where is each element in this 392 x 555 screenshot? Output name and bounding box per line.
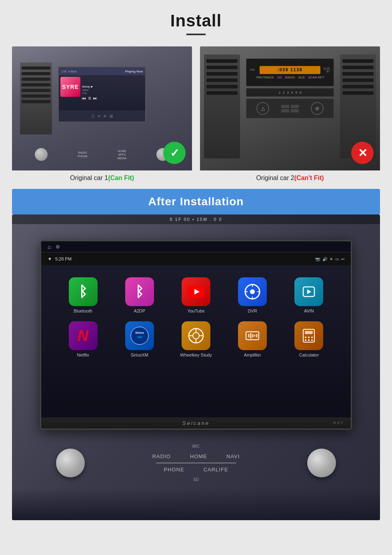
controls-bottom-row: PHONE CARLIFE — [164, 467, 228, 473]
mic-label: MIC — [192, 444, 200, 449]
calculator-icon-svg — [300, 327, 318, 345]
app-amplifier-label: Amplifier — [244, 353, 261, 357]
car1-image: 1:00 ● Back Playing Now SYRE Ninety ■ Ja… — [12, 46, 192, 170]
title-underline — [186, 34, 206, 35]
after-installation-section: 8 1F 00 • 15M . 0 0 ⌂ ⚙ ▼ 5:28 PM 📷 🔊 ✕ … — [12, 214, 380, 520]
svg-point-3 — [250, 289, 255, 294]
app-bluetooth-label: Bluetooth — [74, 309, 92, 313]
app-netflix[interactable]: N Netflix — [59, 321, 107, 357]
screen-rst-label: RST — [333, 421, 344, 425]
after-banner-title: After Installation — [148, 195, 244, 208]
app-calculator-label: Calculator — [299, 353, 319, 357]
car1-badge: ✓ — [163, 142, 186, 164]
siriusxm-icon-svg: Sirius XM — [130, 326, 150, 346]
app-siriusxm-label: SiriusXM — [131, 353, 148, 357]
car2-badge: ✕ — [351, 142, 374, 164]
a2dp-symbol: ᛒ — [135, 283, 144, 300]
page-title: Install — [170, 11, 222, 30]
app-dvr[interactable]: DVR — [228, 277, 277, 313]
svg-point-21 — [305, 337, 306, 338]
settings-icon[interactable]: ⚙ — [56, 244, 60, 250]
app-netflix-icon: N — [69, 321, 98, 350]
car2-card: FM :039 1138 DISPBT TRK/TRACK CD RADIO A… — [200, 46, 380, 182]
app-a2dp-label: A2DP — [134, 309, 145, 313]
netflix-n: N — [78, 327, 88, 345]
svg-point-25 — [308, 339, 310, 341]
car1-label: Original car 1 — [70, 174, 108, 181]
app-grid: ᛒ Bluetooth ᛒ A2DP — [51, 273, 341, 361]
bluetooth-symbol: ᛒ — [79, 283, 88, 300]
car-controls-row: MIC RADIO HOME NAVI PHONE CARLIFE SD — [40, 438, 352, 488]
app-a2dp[interactable]: ᛒ A2DP — [115, 277, 164, 313]
app-youtube[interactable]: YouTube — [172, 277, 220, 313]
carlife-label[interactable]: CARLIFE — [204, 467, 228, 473]
svg-point-26 — [311, 339, 313, 341]
left-knob[interactable] — [56, 449, 85, 477]
youtube-play-icon — [188, 286, 204, 298]
car1-fit-text: (Can Fit) — [108, 174, 134, 181]
amplifier-icon-svg — [244, 327, 261, 345]
status-left: ▼ 5:28 PM — [48, 256, 72, 261]
phone-label[interactable]: PHONE — [164, 467, 184, 473]
after-installation-banner: After Installation — [12, 189, 380, 214]
camera-icon: 📷 — [315, 257, 320, 261]
status-right: 📷 🔊 ✕ ▭ ↩ — [315, 257, 344, 261]
app-avin[interactable]: AVIN — [285, 277, 333, 313]
svg-text:XM: XM — [137, 335, 142, 339]
app-dvr-label: DVR — [248, 309, 257, 313]
radio-label[interactable]: RADIO — [152, 453, 171, 459]
screen-content: ᛒ Bluetooth ᛒ A2DP — [41, 265, 351, 417]
svg-text:Sirius: Sirius — [135, 331, 144, 335]
car1-card: 1:00 ● Back Playing Now SYRE Ninety ■ Ja… — [12, 46, 192, 182]
app-bluetooth[interactable]: ᛒ Bluetooth — [59, 277, 107, 313]
app-siriusxm[interactable]: Sirius XM SiriusXM — [115, 321, 164, 357]
back-icon[interactable]: ↩ — [341, 257, 344, 261]
carplay-screen: 1:00 ● Back Playing Now SYRE Ninety ■ Ja… — [58, 66, 146, 122]
svg-point-24 — [305, 339, 306, 341]
window-icon: ▭ — [335, 257, 339, 261]
svg-point-23 — [311, 337, 313, 338]
carplay-controls-bar: ⬡ ≡ ✕ ⊞ — [59, 110, 145, 122]
app-avin-icon — [294, 277, 323, 306]
control-divider — [156, 463, 236, 463]
main-screen-container: ⌂ ⚙ ▼ 5:28 PM 📷 🔊 ✕ ▭ ↩ — [40, 240, 352, 430]
screen-brand-label: Seicane — [182, 420, 210, 426]
car2-label: Original car 2 — [256, 174, 294, 181]
controls-center: MIC RADIO HOME NAVI PHONE CARLIFE SD — [85, 444, 307, 482]
app-dvr-icon — [238, 277, 267, 306]
app-a2dp-icon: ᛒ — [125, 277, 154, 306]
app-youtube-label: YouTube — [187, 309, 204, 313]
home-icon[interactable]: ⌂ — [48, 244, 51, 250]
app-amplifier-icon — [238, 321, 267, 350]
app-wheelkey[interactable]: Wheelkey Study — [172, 321, 220, 357]
install-comparison: 1:00 ● Back Playing Now SYRE Ninety ■ Ja… — [12, 46, 380, 182]
sd-label: SD — [193, 477, 199, 482]
screen-statusbar: ▼ 5:28 PM 📷 🔊 ✕ ▭ ↩ — [41, 252, 351, 265]
status-time: 5:28 PM — [55, 256, 72, 261]
right-knob[interactable] — [307, 449, 336, 477]
navi-label[interactable]: NAVI — [226, 453, 240, 459]
car2-caption: Original car 2(Can't Fit) — [200, 174, 380, 182]
info-top-bar: 8 1F 00 • 15M . 0 0 — [12, 214, 380, 224]
car2-image: FM :039 1138 DISPBT TRK/TRACK CD RADIO A… — [200, 46, 380, 170]
app-calculator[interactable]: Calculator — [285, 321, 333, 357]
app-wheelkey-label: Wheelkey Study — [180, 353, 212, 357]
controls-top-row: RADIO HOME NAVI — [152, 453, 240, 459]
app-wheelkey-icon — [182, 321, 210, 350]
x-icon: ✕ — [330, 257, 333, 261]
wheelkey-icon-svg — [187, 327, 205, 345]
avin-icon-svg — [300, 283, 318, 301]
wifi-icon: ▼ — [48, 256, 52, 261]
app-amplifier[interactable]: Amplifier — [228, 321, 277, 357]
dvr-icon-svg — [244, 283, 261, 301]
main-screen: ⌂ ⚙ ▼ 5:28 PM 📷 🔊 ✕ ▭ ↩ — [40, 240, 352, 430]
app-netflix-label: Netflix — [77, 353, 89, 357]
app-avin-label: AVIN — [304, 309, 314, 313]
home-label[interactable]: HOME — [190, 453, 207, 459]
svg-point-8 — [193, 333, 199, 339]
car2-fit-text: (Can't Fit) — [294, 174, 324, 181]
screen-top-bar: ⌂ ⚙ — [41, 241, 351, 252]
car1-caption: Original car 1(Can Fit) — [12, 174, 192, 182]
app-siriusxm-icon: Sirius XM — [125, 321, 154, 350]
volume-icon: 🔊 — [322, 257, 327, 261]
